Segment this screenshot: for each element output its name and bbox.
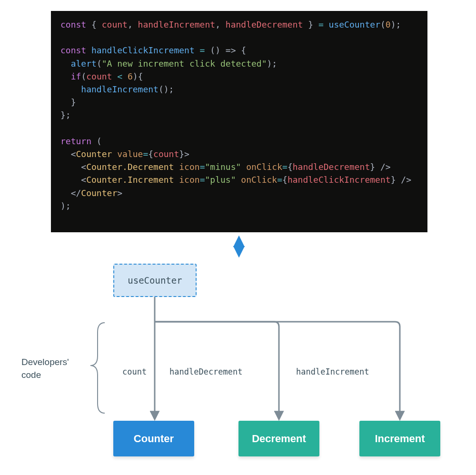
code-token: "minus" xyxy=(205,162,241,172)
code-token: ( xyxy=(81,71,86,81)
dev-label-line2: code xyxy=(21,370,41,380)
code-token: handleClickIncrement xyxy=(288,175,391,185)
code-token: Counter.Decrement xyxy=(86,162,174,172)
code-token: } xyxy=(303,20,318,30)
code-token: = xyxy=(195,45,210,55)
code-token: > xyxy=(117,188,122,198)
code-token: , xyxy=(128,20,138,30)
code-token xyxy=(86,45,91,55)
code-token: { xyxy=(288,162,293,172)
code-token: 0 xyxy=(386,20,391,30)
code-token: handleDecrement xyxy=(293,162,370,172)
edge-label-increment: handleIncrement xyxy=(296,367,369,376)
code-token: useCounter xyxy=(329,20,380,30)
code-token: ){ xyxy=(133,71,143,81)
developers-code-label: Developers' code xyxy=(21,356,69,381)
code-token: alert xyxy=(71,59,97,69)
code-token: "plus" xyxy=(205,175,236,185)
decrement-label: Decrement xyxy=(252,433,306,445)
code-token: const xyxy=(60,20,86,30)
code-token: </ xyxy=(60,188,81,198)
code-token: } /> xyxy=(391,175,411,185)
code-token: < xyxy=(112,71,128,81)
code-token xyxy=(60,84,81,94)
code-token: = xyxy=(277,175,282,185)
counter-label: Counter xyxy=(134,433,174,445)
code-token: ( xyxy=(91,136,102,146)
usecounter-box: useCounter xyxy=(113,264,197,297)
code-token: handleIncrement xyxy=(81,84,159,94)
code-token: value xyxy=(117,149,143,159)
code-token: "A new increment click detected" xyxy=(102,59,267,69)
code-token: if xyxy=(71,71,81,81)
code-token: = xyxy=(282,162,288,172)
code-token xyxy=(112,149,117,159)
usecounter-label: useCounter xyxy=(128,275,182,286)
code-token: = xyxy=(200,175,205,185)
increment-label: Increment xyxy=(375,433,425,445)
code-token: }> xyxy=(179,149,189,159)
code-token: handleDecrement xyxy=(226,20,303,30)
code-token: ( xyxy=(97,59,102,69)
code-token: < xyxy=(60,149,76,159)
code-token: { xyxy=(148,149,153,159)
code-token xyxy=(174,175,179,185)
code-token: = xyxy=(200,162,205,172)
code-token: }; xyxy=(60,110,71,120)
code-token: ); xyxy=(391,20,401,30)
code-token xyxy=(60,71,71,81)
edge-label-decrement: handleDecrement xyxy=(169,367,243,376)
code-token: return xyxy=(60,136,91,146)
code-token: , xyxy=(215,20,226,30)
code-token: ); xyxy=(60,201,71,211)
code-token: ( xyxy=(380,20,386,30)
code-token: onClick xyxy=(241,175,277,185)
code-token: count xyxy=(86,71,112,81)
edge-label-count: count xyxy=(122,367,147,376)
code-token: const xyxy=(60,45,86,55)
code-token: } xyxy=(60,97,76,107)
code-token: count xyxy=(102,20,128,30)
code-token: { xyxy=(86,20,102,30)
code-token: { xyxy=(282,175,288,185)
code-token: Counter xyxy=(76,149,112,159)
code-token: < xyxy=(60,175,86,185)
code-token xyxy=(60,59,71,69)
diagram: useCounter Counter Decrement Increment c… xyxy=(0,232,476,475)
code-token: () => { xyxy=(210,45,246,55)
code-token: icon xyxy=(179,175,199,185)
decrement-box: Decrement xyxy=(238,421,319,456)
code-token: } /> xyxy=(370,162,390,172)
code-token: Counter xyxy=(81,188,117,198)
curly-brace-icon xyxy=(90,323,105,413)
code-token: count xyxy=(153,149,179,159)
code-token: = xyxy=(143,149,148,159)
code-token xyxy=(236,175,241,185)
code-token: handleClickIncrement xyxy=(91,45,195,55)
code-token xyxy=(174,162,179,172)
code-block: const { count, handleIncrement, handleDe… xyxy=(51,11,427,232)
code-token: Counter.Increment xyxy=(86,175,174,185)
code-token xyxy=(241,162,246,172)
code-token: icon xyxy=(179,162,199,172)
code-token: (); xyxy=(159,84,174,94)
code-token: < xyxy=(60,162,86,172)
dev-label-line1: Developers' xyxy=(21,357,69,367)
code-token: 6 xyxy=(128,71,133,81)
code-token: ); xyxy=(267,59,278,69)
code-token: onClick xyxy=(246,162,282,172)
increment-box: Increment xyxy=(359,421,440,456)
code-token: handleIncrement xyxy=(138,20,216,30)
counter-box: Counter xyxy=(113,421,194,456)
code-token: = xyxy=(318,20,329,30)
